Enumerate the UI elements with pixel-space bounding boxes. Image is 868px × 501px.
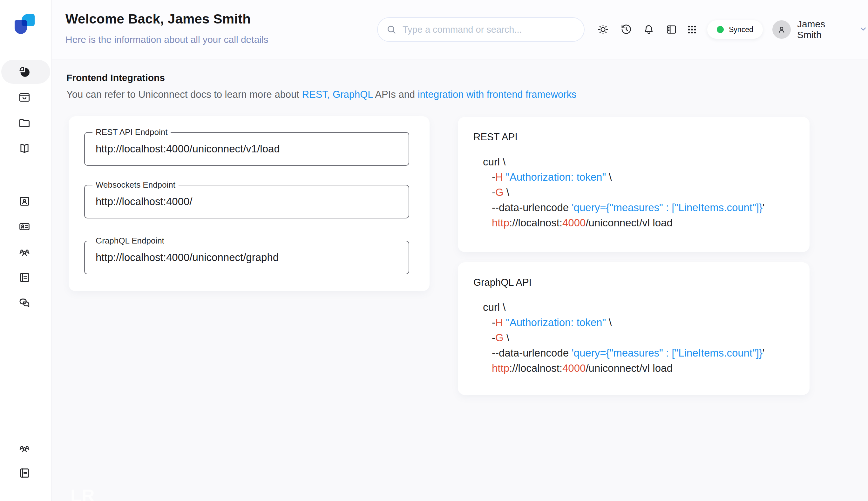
text-segment [503, 317, 506, 328]
theme-toggle-button[interactable] [596, 23, 610, 36]
graphql-api-card-title: GraphQL API [473, 277, 532, 288]
text-segment: \ [504, 186, 509, 198]
theme-sun-icon [597, 23, 609, 35]
folder-icon [18, 117, 31, 129]
text-segment: --data-urlencode [492, 347, 572, 359]
sidebar-item-chat[interactable] [18, 296, 31, 310]
logo-dark-shape [14, 20, 27, 34]
websockets-endpoint-label: Websockets Endpoint [93, 180, 179, 190]
header: Welcome Back, James Smith Here is the in… [52, 0, 868, 60]
code-line: http://localnost:4000/uniconnect/vl load [483, 215, 764, 231]
journal-icon [18, 467, 31, 479]
code-line: -G \ [483, 330, 764, 345]
users-icon [18, 442, 31, 455]
search-bar[interactable] [377, 17, 585, 42]
uniconnect-logo[interactable] [14, 14, 35, 34]
apps-grid-icon [686, 23, 698, 35]
websockets-endpoint-field[interactable]: Websockets Endpoint [84, 185, 409, 218]
panel-toggle-button[interactable] [665, 23, 678, 36]
code-line: --data-urlencode 'query={"measures" : ["… [483, 345, 764, 361]
text-segment: ://localnost: [509, 362, 562, 374]
text-segment [503, 171, 506, 183]
graphql-endpoint-input[interactable] [85, 252, 409, 264]
text-segment: - [492, 171, 495, 183]
text-segment: "Authorization: token" [506, 317, 606, 328]
sidebar-item-id-badge[interactable] [18, 220, 31, 234]
inline-link[interactable]: REST, GraphQL [302, 89, 373, 100]
code-line: --data-urlencode 'query={"measures" : ["… [483, 200, 764, 215]
graphql-endpoint-field[interactable]: GraphQL Endpoint [84, 241, 409, 274]
contact-card-icon [18, 195, 31, 207]
book-open-icon [18, 142, 31, 155]
sidebar-item-contacts[interactable] [18, 194, 31, 208]
text-segment: --data-urlencode [492, 202, 572, 213]
page-title: Welcome Back, James Smith [65, 11, 251, 27]
search-input[interactable] [402, 24, 576, 35]
sync-status-badge[interactable]: Synced [707, 20, 763, 39]
code-line: -G \ [483, 185, 764, 200]
chat-icon [18, 297, 31, 309]
text-segment: curl \ [483, 301, 506, 313]
text-segment: \ [606, 317, 611, 328]
chevron-down-icon [858, 24, 868, 35]
text-segment: \ [606, 171, 611, 183]
text-segment: /uniconnect/vl load [586, 217, 672, 228]
text-segment: \ [504, 332, 509, 343]
sidebar-item-docs[interactable] [18, 142, 31, 156]
text-segment: H [495, 171, 503, 183]
apps-grid-button[interactable] [685, 23, 699, 36]
text-segment: ' [763, 347, 764, 359]
text-segment: H [495, 317, 503, 328]
text-segment: - [492, 317, 495, 328]
sidebar-item-teams[interactable] [18, 245, 31, 259]
bell-icon [643, 23, 655, 35]
history-button[interactable] [619, 23, 633, 36]
sidebar-item-notes[interactable] [18, 270, 31, 285]
sidebar [0, 0, 52, 501]
history-icon [620, 23, 632, 35]
tray-icon [18, 91, 31, 104]
text-segment: 'query={"measures" : ["LineItems.count"]… [572, 347, 763, 359]
text-segment: 4000 [562, 217, 586, 228]
graphql-endpoint-label: GraphQL Endpoint [93, 236, 167, 246]
sidebar-item-logs[interactable] [18, 466, 31, 480]
main-content: Frontend Integrations You can refer to U… [52, 60, 868, 501]
sidebar-item-community[interactable] [18, 441, 31, 456]
rest-endpoint-label: REST API Endpoint [93, 127, 171, 137]
sidebar-item-orders[interactable] [18, 90, 31, 105]
inline-link[interactable]: integration with frontend frameworks [418, 89, 577, 100]
section-description: You can refer to Uniconnect docs to lear… [66, 89, 576, 100]
text-segment: - [492, 186, 495, 198]
person-icon [776, 24, 787, 35]
search-icon [386, 24, 397, 35]
endpoints-card: REST API Endpoint Websockets Endpoint Gr… [69, 116, 430, 291]
page-subtitle: Here is the information about all your c… [65, 34, 269, 45]
notifications-button[interactable] [642, 23, 656, 36]
rest-api-code-block: curl \ -H "Authorization: token" \ -G \ … [483, 154, 764, 231]
sidebar-item-dashboard[interactable] [18, 65, 31, 79]
section-title: Frontend Integrations [66, 72, 165, 83]
sync-status-dot [717, 26, 724, 33]
text-segment: http [492, 362, 509, 374]
avatar [772, 20, 791, 39]
sidebar-item-projects[interactable] [18, 116, 31, 130]
pie-chart-icon [18, 65, 31, 78]
graphql-api-card: GraphQL API curl \ -H "Authorization: to… [458, 262, 809, 395]
watermark: LR [71, 485, 95, 501]
rest-api-card-title: REST API [473, 131, 517, 143]
rest-api-card: REST API curl \ -H "Authorization: token… [458, 117, 809, 252]
rest-endpoint-input[interactable] [85, 143, 409, 155]
code-line: curl \ [483, 154, 764, 170]
text-segment: - [492, 332, 495, 343]
graphql-api-code-block: curl \ -H "Authorization: token" \ -G \ … [483, 300, 764, 376]
code-line: curl \ [483, 300, 764, 315]
rest-endpoint-field[interactable]: REST API Endpoint [84, 132, 409, 166]
text-segment: /uniconnect/vl load [586, 362, 672, 374]
code-line: -H "Authorization: token" \ [483, 170, 764, 185]
code-line: -H "Authorization: token" \ [483, 315, 764, 330]
text-segment: "Authorization: token" [506, 171, 606, 183]
user-menu[interactable]: James Smith [772, 20, 868, 39]
text-segment: G [495, 186, 504, 198]
user-name: James Smith [797, 19, 852, 40]
websockets-endpoint-input[interactable] [85, 195, 409, 207]
